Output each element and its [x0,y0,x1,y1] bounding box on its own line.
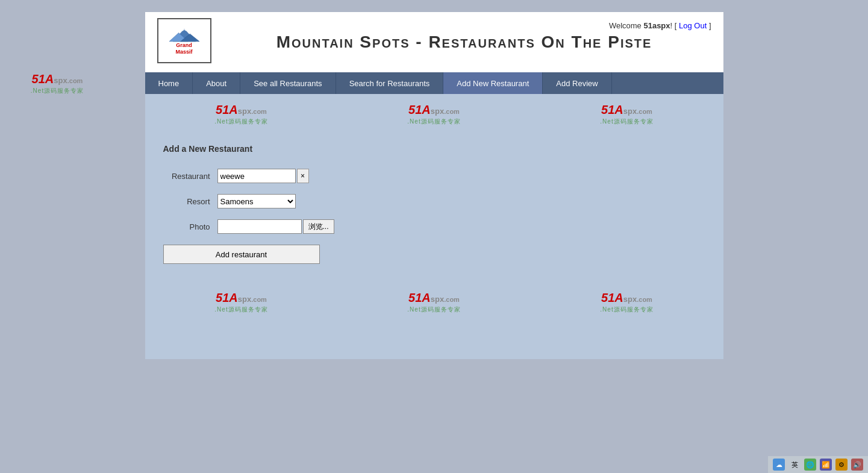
resort-row: Resort Samoens Flaine Les Carroz Morillo… [163,194,705,208]
logo-mountain-svg [166,27,202,42]
ad-cell-2: 51Aspx.com .Net源码服务专家 [338,100,531,129]
restaurant-label: Restaurant [163,172,217,181]
nav-add-review[interactable]: Add Review [543,72,611,94]
logo-grand: Grand [176,42,192,48]
top-ad-row: 51Aspx.com .Net源码服务专家 51Aspx.com .Net源码服… [145,94,723,135]
bottom-ad-cell-1: 51Aspx.com .Net源码服务专家 [145,288,338,317]
nav-about[interactable]: About [193,72,240,94]
file-text-box [217,219,302,234]
username: 51aspx [643,21,670,30]
form-area: Add a New Restaurant Restaurant × Resort… [145,135,723,276]
main-window: Grand Massif Mountain Spots - restaurant… [145,12,723,359]
logo-box: Grand Massif [157,18,211,63]
form-title: Add a New Restaurant [163,144,705,154]
logout-suffix: ] [709,21,711,30]
bottom-ad-cell-3: 51Aspx.com .Net源码服务专家 [531,288,723,317]
restaurant-clear-btn[interactable]: × [297,169,309,183]
resort-label: Resort [163,197,217,206]
photo-label: Photo [163,222,217,231]
add-restaurant-button[interactable]: Add restaurant [163,245,320,264]
resort-select[interactable]: Samoens Flaine Les Carroz Morillon Sixt [217,194,296,208]
nav-home[interactable]: Home [145,72,193,94]
logo-area: Grand Massif [157,18,217,66]
welcome-text: Welcome [609,21,644,30]
header: Grand Massif Mountain Spots - restaurant… [145,12,723,72]
logo-massif: Massif [175,49,192,55]
ad-cell-1: 51Aspx.com .Net源码服务专家 [145,100,338,129]
sidebar-ad-logo: 51Aspx.com .Net源码服务专家 [31,72,84,95]
restaurant-row: Restaurant × [163,169,705,183]
left-sidebar-ad: 51Aspx.com .Net源码服务专家 [12,72,102,95]
file-browse-btn[interactable]: 浏览... [303,219,334,234]
ad-cell-3: 51Aspx.com .Net源码服务专家 [531,100,723,129]
photo-row: Photo 浏览... [163,219,705,234]
content-area: 51Aspx.com .Net源码服务专家 51Aspx.com .Net源码服… [145,94,723,359]
bottom-ad-row: 51Aspx.com .Net源码服务专家 51Aspx.com .Net源码服… [145,282,723,323]
nav-search[interactable]: Search for Restaurants [336,72,444,94]
welcome-suffix: ! [ [670,21,677,30]
restaurant-input[interactable] [217,169,296,183]
nav-add-new[interactable]: Add New Restaurant [443,72,543,94]
welcome-area: Welcome 51aspx! [ Log Out ] [609,21,711,30]
nav-see-all[interactable]: See all Restaurants [240,72,336,94]
bottom-ad-cell-2: 51Aspx.com .Net源码服务专家 [338,288,531,317]
file-input-wrapper: 浏览... [217,219,334,234]
site-title: Mountain Spots - restaurants on the pist… [217,33,711,52]
logout-link[interactable]: Log Out [676,21,708,30]
nav-bar: Home About See all Restaurants Search fo… [145,72,723,94]
